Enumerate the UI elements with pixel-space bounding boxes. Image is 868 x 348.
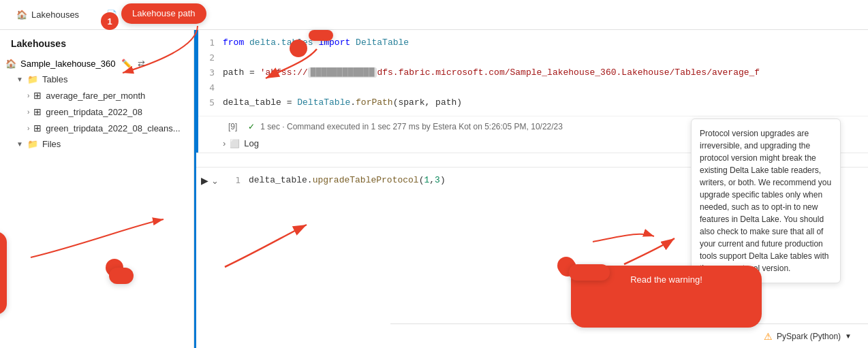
cell-menu-icon[interactable]: ⌄	[211, 176, 219, 186]
check-icon: ✓	[248, 122, 255, 131]
files-folder-icon: 📁	[27, 139, 38, 149]
line-numbers-2: 1	[224, 173, 249, 188]
warning-triangle-icon: ⚠	[764, 331, 773, 342]
table-items: › ⊞ average_fare_per_month › ⊞ green_tri…	[11, 87, 193, 136]
files-chevron-icon: ▼	[16, 140, 23, 148]
main-layout: Lakehouses 🏠 Sample_lakehouse_360 ✏️ ⇄ ▼…	[0, 30, 868, 348]
table-item-1[interactable]: › ⊞ green_tripdata_2022_08	[22, 104, 193, 120]
lakehouse-icon: 🏠	[16, 10, 27, 20]
table-item-2[interactable]: › ⊞ green_tripdata_2022_08_cleans...	[22, 120, 193, 136]
chevron-icon: ›	[27, 92, 29, 99]
chevron-icon: ›	[27, 108, 29, 116]
exec-number: [9]	[223, 119, 243, 134]
pyspark-selector[interactable]: ⚠ PySpark (Python) ▼	[758, 328, 857, 345]
warning-box: Protocol version upgrades are irreversib…	[691, 118, 841, 283]
cell-controls: ▶ ⌄	[198, 168, 224, 193]
run-button[interactable]: ▶	[201, 175, 208, 186]
chevron-down-icon: ▼	[845, 332, 852, 340]
warning-text: Protocol version upgrades are irreversib…	[700, 127, 832, 274]
pyspark-label: PySpark (Python)	[777, 332, 841, 341]
sidebar: Lakehouses 🏠 Sample_lakehouse_360 ✏️ ⇄ ▼…	[0, 30, 194, 348]
editor-area: 1 2 3 4 5 from delta.tables import Delta…	[196, 30, 868, 348]
chevron-icon: ›	[27, 125, 29, 132]
lake-name: Sample_lakehouse_360	[20, 59, 116, 69]
files-section: ▼ 📁 Files	[0, 136, 193, 152]
ann1-circle-fixed	[290, 39, 307, 57]
tables-group[interactable]: ▼ 📁 Tables	[11, 72, 193, 87]
table-name-2: green_tripdata_2022_08_cleans...	[46, 123, 188, 133]
lake-pencil-icon[interactable]: ✏️	[121, 59, 132, 69]
log-label: Log	[244, 138, 259, 148]
ann2-bubble-fixed	[109, 268, 134, 284]
log-icon: ⬜	[230, 139, 240, 148]
output-text: 1 sec · Command executed in 1 sec 277 ms…	[260, 122, 563, 131]
table-name-0: average_fare_per_month	[46, 91, 188, 101]
lake-header[interactable]: 🏠 Sample_lakehouse_360 ✏️ ⇄	[0, 54, 193, 72]
table-icon: ⊞	[33, 123, 42, 133]
code-content-1[interactable]: from delta.tables import DeltaTable path…	[223, 35, 868, 110]
lake-refresh-icon[interactable]: ⇄	[138, 59, 145, 69]
table-icon: ⊞	[33, 106, 42, 117]
expand-icon[interactable]: ›	[223, 138, 226, 148]
ann1-bubble-fixed	[309, 30, 333, 41]
table-icon: ⊞	[33, 90, 42, 101]
folder-icon: 📁	[27, 74, 38, 84]
line-numbers-1: 1 2 3 4 5	[198, 35, 223, 110]
lakehouses-nav[interactable]: 🏠 Lakehouses	[11, 7, 84, 22]
tables-chevron-icon: ▼	[16, 76, 23, 83]
table-name-1: green_tripdata_2022_08	[46, 107, 188, 117]
tables-label: Tables	[42, 74, 188, 84]
table-item-0[interactable]: › ⊞ average_fare_per_month	[22, 87, 193, 104]
sidebar-title: Lakehouses	[0, 30, 193, 54]
lakehouses-label: Lakehouses	[31, 10, 79, 20]
files-group[interactable]: ▼ 📁 Files	[11, 136, 193, 152]
lake-icon: 🏠	[5, 59, 16, 69]
files-label: Files	[42, 139, 188, 149]
tables-section: ▼ 📁 Tables › ⊞ average_fare_per_month › …	[0, 72, 193, 136]
ann3-bubble-fixed	[569, 264, 610, 281]
